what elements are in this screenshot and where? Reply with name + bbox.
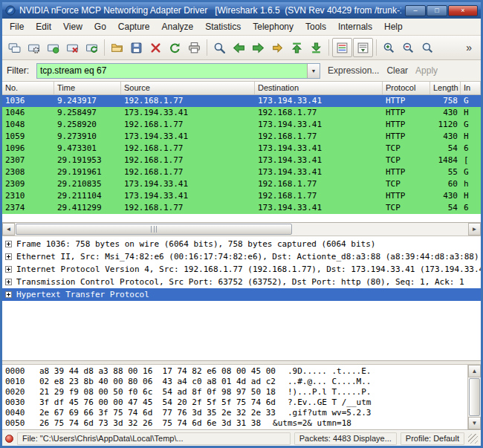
column-protocol[interactable]: Protocol (383, 82, 430, 94)
minimize-button[interactable]: – (405, 5, 426, 16)
close-file-button[interactable] (146, 38, 165, 57)
auto-scroll-button[interactable] (353, 38, 373, 57)
go-to-packet-button[interactable] (268, 38, 287, 57)
menu-statistics[interactable]: Statistics (199, 19, 247, 34)
scroll-left-arrow[interactable]: ◄ (2, 223, 15, 236)
find-packet-button[interactable] (210, 38, 229, 57)
apply-button[interactable]: Apply (415, 65, 438, 76)
hscroll-thumb[interactable] (16, 224, 292, 235)
go-to-top-button[interactable] (288, 38, 306, 57)
open-file-button[interactable] (108, 38, 126, 57)
interface-list-button[interactable] (5, 38, 24, 57)
filter-combo: ▼ (36, 63, 320, 79)
packet-info: H (461, 131, 481, 143)
zoom-out-button[interactable] (399, 38, 418, 57)
detail-row-frame[interactable]: Frame 1036: 758 bytes on wire (6064 bits… (2, 238, 481, 250)
zoom-100-button[interactable] (418, 38, 437, 57)
title-bar[interactable]: NVIDIA nForce MCP Networking Adapter Dri… (2, 2, 481, 19)
expand-plus-icon[interactable] (5, 291, 12, 298)
expand-plus-icon[interactable] (5, 241, 12, 247)
menu-tools[interactable]: Tools (299, 19, 332, 34)
detail-row-ip[interactable]: Internet Protocol Version 4, Src: 192.16… (2, 263, 481, 276)
maximize-button[interactable]: □ (427, 5, 447, 16)
menu-analyze[interactable]: Analyze (156, 19, 200, 34)
go-to-bottom-button[interactable] (307, 38, 325, 57)
print-button[interactable] (185, 38, 204, 57)
packet-row[interactable]: 230729.191953192.168.1.77173.194.33.41TC… (2, 155, 481, 166)
packet-row[interactable]: 10969.473301192.168.1.77173.194.33.41TCP… (2, 143, 481, 155)
scroll-down-arrow[interactable]: ▼ (468, 417, 481, 429)
filter-label-button[interactable]: Filter: (7, 65, 29, 76)
save-file-button[interactable] (127, 38, 146, 57)
expand-plus-icon[interactable] (5, 266, 12, 273)
detail-text: Frame 1036: 758 bytes on wire (6064 bits… (16, 239, 375, 249)
detail-text: Internet Protocol Version 4, Src: 192.16… (16, 264, 481, 274)
detail-row-tcp[interactable]: Transmission Control Protocol, Src Port:… (2, 276, 481, 288)
packet-row[interactable]: 230929.210835173.194.33.41192.168.1.77TC… (2, 178, 481, 190)
packet-row[interactable]: 10599.273910173.194.33.41192.168.1.77HTT… (2, 131, 481, 143)
column-time[interactable]: Time (54, 82, 121, 94)
toolbar-overflow-chevron[interactable]: » (460, 42, 478, 53)
status-profile[interactable]: Profile: Default (401, 432, 464, 445)
menu-capture[interactable]: Capture (112, 19, 156, 34)
status-file[interactable]: File: "C:\Users\Chris\AppData\Local\Temp… (17, 432, 291, 445)
zoom-out-icon (402, 42, 415, 54)
filter-input[interactable] (37, 64, 307, 78)
capture-start-button[interactable] (44, 38, 62, 57)
capture-stop-button[interactable] (63, 38, 82, 57)
menu-help[interactable]: Help (378, 19, 409, 34)
hex-dump[interactable]: 0000a8 39 44 d8 a3 88 00 16 17 74 82 e6 … (2, 365, 467, 429)
toolbar-separator (104, 39, 105, 56)
hex-line[interactable]: 002021 29 f9 08 00 50 f0 6c 54 ad 8f 0f … (5, 387, 464, 397)
packet-row[interactable]: 230829.191961192.168.1.77173.194.33.41HT… (2, 166, 481, 178)
zoom-in-button[interactable] (380, 38, 398, 57)
column-info[interactable]: In (461, 82, 481, 94)
expand-plus-icon[interactable] (5, 279, 12, 285)
menu-file[interactable]: File (4, 19, 30, 34)
menu-go[interactable]: Go (88, 19, 112, 34)
hex-vscrollbar[interactable]: ▲ ▼ (467, 365, 481, 429)
clear-button[interactable]: Clear (386, 65, 408, 76)
vscroll-thumb[interactable] (469, 378, 480, 416)
hex-line[interactable]: 00303f df 45 76 00 00 47 45 54 20 2f 5f … (5, 397, 464, 408)
reload-button[interactable] (166, 38, 184, 57)
capture-options-button[interactable] (25, 38, 43, 57)
packet-no: 1048 (2, 119, 54, 131)
colorize-list-button[interactable] (332, 38, 352, 57)
expression-button[interactable]: Expression... (328, 65, 379, 76)
detail-row-http[interactable]: Hypertext Transfer Protocol (2, 288, 481, 301)
expert-info-icon[interactable] (5, 435, 13, 443)
hex-line[interactable]: 005026 75 74 6d 73 3d 32 26 75 74 6d 6e … (5, 418, 464, 429)
go-back-button[interactable] (230, 38, 248, 57)
scroll-up-arrow[interactable]: ▲ (468, 365, 481, 377)
packet-row[interactable]: 10489.258920192.168.1.77173.194.33.41HTT… (2, 119, 481, 131)
menu-view[interactable]: View (57, 19, 88, 34)
go-forward-button[interactable] (249, 38, 268, 57)
expand-plus-icon[interactable] (5, 253, 12, 260)
close-button[interactable]: × (448, 5, 478, 16)
packet-row[interactable]: 231029.211104173.194.33.41192.168.1.77HT… (2, 190, 481, 202)
capture-restart-button[interactable] (82, 38, 101, 57)
hex-line[interactable]: 001002 e8 23 8b 40 00 80 06 43 a4 c0 a8 … (5, 377, 464, 387)
packet-row[interactable]: 10469.258497173.194.33.41192.168.1.77HTT… (2, 107, 481, 119)
packet-destination: 173.194.33.41 (255, 143, 383, 155)
hex-line[interactable]: 00402e 67 69 66 3f 75 74 6d 77 76 3d 35 … (5, 408, 464, 418)
detail-row-ethernet[interactable]: Ethernet II, Src: Msi_74:82:e6 (00:16:17… (2, 250, 481, 263)
packet-bytes-pane: 0000a8 39 44 d8 a3 88 00 16 17 74 82 e6 … (2, 365, 481, 430)
hex-line[interactable]: 0000a8 39 44 d8 a3 88 00 16 17 74 82 e6 … (5, 366, 464, 377)
scroll-right-arrow[interactable]: ► (468, 223, 481, 236)
filter-dropdown-button[interactable]: ▼ (307, 64, 320, 78)
packet-length: 430 (430, 131, 461, 143)
column-no[interactable]: No. (2, 82, 54, 94)
menu-internals[interactable]: Internals (332, 19, 378, 34)
column-destination[interactable]: Destination (255, 82, 383, 94)
detail-text: Ethernet II, Src: Msi_74:82:e6 (00:16:17… (16, 252, 479, 262)
packet-row[interactable]: 237429.411299192.168.1.77173.194.33.41TC… (2, 202, 481, 214)
packet-row[interactable]: 10369.243917192.168.1.77173.194.33.41HTT… (2, 95, 481, 107)
menu-telephony[interactable]: Telephony (247, 19, 299, 34)
menu-edit[interactable]: Edit (30, 19, 57, 34)
resize-grip-icon[interactable] (468, 434, 478, 444)
column-source[interactable]: Source (121, 82, 255, 94)
packet-list-hscrollbar[interactable]: ◄ ► (2, 223, 481, 236)
column-length[interactable]: Length (430, 82, 461, 94)
